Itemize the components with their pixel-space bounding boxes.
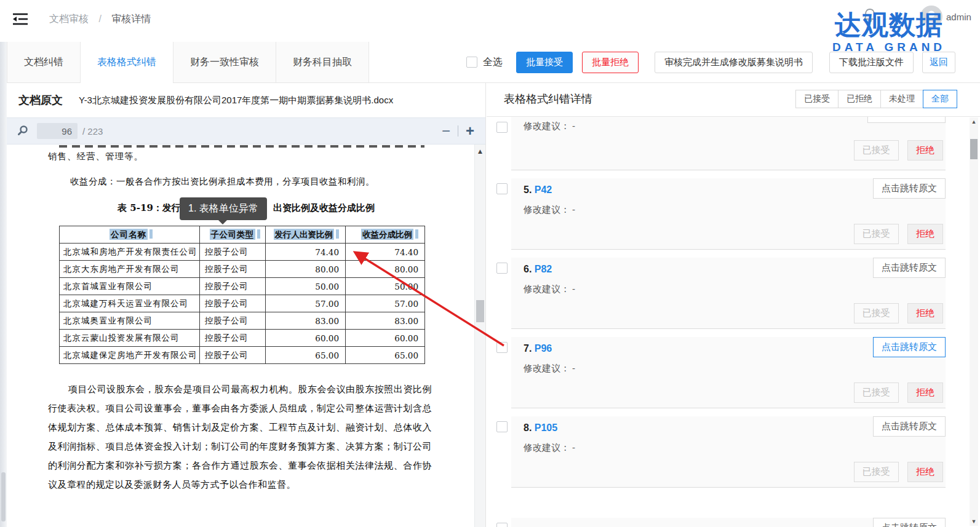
batch-accept-button[interactable]: 批量接受 bbox=[516, 52, 573, 73]
review-item-p42: 点击跳转原文 5. P42 修改建议：- 已接受 拒绝 bbox=[496, 178, 946, 258]
item-number: 6. bbox=[524, 264, 532, 274]
accepted-button[interactable]: 已接受 bbox=[854, 140, 899, 160]
search-icon[interactable] bbox=[18, 125, 28, 138]
suggestion-row: 修改建议：- bbox=[524, 283, 946, 296]
table-header-contribution: 发行人出资比例 bbox=[274, 229, 335, 240]
zoom-out-button[interactable]: − bbox=[442, 124, 450, 138]
document-page: 销售、经营、管理等。 收益分成：一般各合作方按出资比例承担成本费用，分享项目收益… bbox=[7, 145, 485, 527]
scrollbar-thumb[interactable] bbox=[476, 300, 484, 322]
download-annotated-button[interactable]: 下载批注版文件 bbox=[829, 52, 914, 73]
highlight-bar bbox=[336, 229, 339, 239]
item-number: 7. bbox=[524, 343, 532, 354]
suggestion-value: - bbox=[572, 121, 575, 131]
tab-table-format-correction[interactable]: 表格格式纠错 bbox=[81, 42, 173, 82]
tab-bar: 文档纠错 表格格式纠错 财务一致性审核 财务科目抽取 bbox=[7, 42, 369, 82]
jump-to-source-button[interactable]: 点击跳转原文 bbox=[873, 518, 946, 527]
suggestion-label: 修改建议： bbox=[524, 283, 570, 294]
document-panel: 文档原文 Y-3北京城建投资发展股份有限公司2017年度第一期中期票据募集说明书… bbox=[7, 83, 486, 527]
table-header-type: 子公司类型 bbox=[210, 229, 255, 240]
accepted-button[interactable]: 已接受 bbox=[854, 303, 899, 323]
filter-all[interactable]: 全部 bbox=[923, 90, 957, 108]
breadcrumb-doc-review[interactable]: 文档审核 bbox=[49, 14, 89, 24]
suggestion-label: 修改建议： bbox=[524, 363, 570, 373]
document-scrollbar[interactable]: ▲ bbox=[474, 145, 485, 527]
accepted-button[interactable]: 已接受 bbox=[854, 382, 899, 403]
jump-to-source-button[interactable]: 点击跳转原文 bbox=[873, 258, 946, 278]
clipped-text-fragment bbox=[59, 145, 424, 148]
review-item-card: 修改建议：- 已接受 拒绝 bbox=[511, 117, 946, 170]
table-row: 北京城建保定房地产开发有限公司 控股子公司 65.00 65.00 bbox=[60, 347, 425, 364]
table-row: 北京首城置业有限公司 控股子公司 50.00 50.00 bbox=[60, 278, 425, 295]
suggestion-label: 修改建议： bbox=[524, 442, 570, 453]
jump-to-source-button[interactable]: 点击跳转原文 bbox=[873, 178, 946, 199]
doc-paragraph-2: 收益分成：一般各合作方按出资比例承担成本费用，分享项目收益和利润。 bbox=[70, 176, 375, 188]
table-header-profit-share: 收益分成比例 bbox=[361, 229, 413, 240]
review-item-partial-top: 修改建议：- 已接受 拒绝 bbox=[496, 117, 946, 178]
document-panel-header: 文档原文 Y-3北京城建投资发展股份有限公司2017年度第一期中期票据募集说明书… bbox=[7, 83, 485, 117]
item-checkbox[interactable] bbox=[496, 263, 508, 274]
item-actions: 已接受 拒绝 bbox=[524, 140, 946, 159]
reject-button[interactable]: 拒绝 bbox=[907, 382, 943, 403]
select-all-label[interactable]: 全选 bbox=[483, 56, 503, 69]
username[interactable]: admin bbox=[946, 12, 971, 22]
select-all-checkbox[interactable] bbox=[466, 57, 477, 68]
highlight-bar bbox=[149, 229, 153, 239]
scroll-down-arrow[interactable]: ▼ bbox=[970, 518, 978, 525]
item-checkbox[interactable] bbox=[496, 183, 508, 194]
item-page-link[interactable]: P96 bbox=[535, 343, 552, 354]
item-page-link[interactable]: P82 bbox=[535, 264, 552, 274]
review-item-p105: 点击跳转原文 8. P105 修改建议：- 已接受 拒绝 bbox=[496, 416, 946, 496]
reject-button[interactable]: 拒绝 bbox=[907, 462, 943, 482]
review-item-p96: 点击跳转原文 7. P96 修改建议：- 已接受 拒绝 bbox=[496, 337, 946, 416]
reject-button[interactable]: 拒绝 bbox=[907, 224, 943, 244]
collapsed-sidebar-strip[interactable] bbox=[0, 42, 7, 527]
filter-rejected[interactable]: 已拒绝 bbox=[838, 90, 881, 108]
item-actions: 已接受 拒绝 bbox=[524, 224, 946, 243]
filter-pending[interactable]: 未处理 bbox=[880, 90, 923, 108]
document-filename: Y-3北京城建投资发展股份有限公司2017年度第一期中期票据募集说明书.docx bbox=[79, 95, 393, 106]
sidebar-strip-thumb[interactable] bbox=[1, 472, 6, 521]
table-row: 北京城和房地产开发有限责任公司 控股子公司 74.40 74.40 bbox=[60, 244, 425, 261]
avatar[interactable] bbox=[920, 6, 942, 28]
item-number: 8. bbox=[524, 422, 532, 433]
batch-reject-button[interactable]: 批量拒绝 bbox=[582, 52, 639, 73]
breadcrumb: 文档审核 / 审核详情 bbox=[49, 13, 151, 26]
scroll-up-arrow[interactable]: ▲ bbox=[970, 119, 978, 125]
item-page-link[interactable]: P42 bbox=[535, 184, 552, 195]
table-header-row: 公司名称 子公司类型 发行人出资比例 收益分成比例 bbox=[60, 226, 425, 244]
reject-button[interactable]: 拒绝 bbox=[907, 303, 943, 323]
filter-accepted[interactable]: 已接受 bbox=[795, 90, 839, 108]
doc-paragraph-1: 销售、经营、管理等。 bbox=[48, 151, 143, 162]
item-checkbox[interactable] bbox=[496, 342, 508, 353]
table-row: 北京城建万科天运置业有限公司 控股子公司 57.00 57.00 bbox=[60, 295, 425, 312]
tab-financial-consistency[interactable]: 财务一致性审核 bbox=[173, 42, 276, 82]
finish-generate-button[interactable]: 审核完成并生成修改版募集说明书 bbox=[655, 52, 813, 73]
accepted-button[interactable]: 已接受 bbox=[854, 462, 899, 482]
item-checkbox[interactable] bbox=[496, 421, 508, 432]
notification-bell-icon[interactable] bbox=[863, 8, 877, 23]
zoom-in-button[interactable]: + bbox=[466, 124, 474, 138]
scroll-up-arrow[interactable]: ▲ bbox=[475, 148, 485, 154]
app-header: 文档审核 / 审核详情 admin bbox=[0, 0, 980, 42]
jump-button-clipped[interactable] bbox=[867, 117, 946, 123]
scrollbar-thumb[interactable] bbox=[970, 139, 978, 159]
item-actions: 已接受 拒绝 bbox=[524, 303, 946, 322]
item-checkbox[interactable] bbox=[496, 523, 508, 527]
page-number-input[interactable] bbox=[37, 123, 78, 139]
jump-to-source-button[interactable]: 点击跳转原文 bbox=[873, 416, 946, 437]
review-panel-scrollbar[interactable]: ▲ ▼ bbox=[970, 117, 978, 526]
accepted-button[interactable]: 已接受 bbox=[854, 224, 899, 244]
collapse-sidebar-icon[interactable] bbox=[12, 12, 28, 26]
item-checkbox[interactable] bbox=[496, 122, 508, 133]
jump-to-source-button-active[interactable]: 点击跳转原文 bbox=[873, 337, 946, 357]
item-page-link[interactable]: P105 bbox=[535, 422, 557, 433]
review-item-partial-bottom: 点击跳转原文 bbox=[496, 518, 946, 527]
back-button[interactable]: 返回 bbox=[922, 52, 955, 73]
tab-financial-subject-extraction[interactable]: 财务科目抽取 bbox=[276, 42, 369, 82]
breadcrumb-separator: / bbox=[98, 14, 101, 24]
table-row: 北京云蒙山投资发展有限公司 控股子公司 60.00 60.00 bbox=[60, 330, 425, 347]
reject-button[interactable]: 拒绝 bbox=[907, 140, 943, 160]
tab-doc-correction[interactable]: 文档纠错 bbox=[7, 42, 81, 82]
review-item-card: 点击跳转原文 7. P96 修改建议：- 已接受 拒绝 bbox=[511, 337, 946, 408]
review-panel-title: 表格格式纠错详情 bbox=[504, 92, 592, 106]
